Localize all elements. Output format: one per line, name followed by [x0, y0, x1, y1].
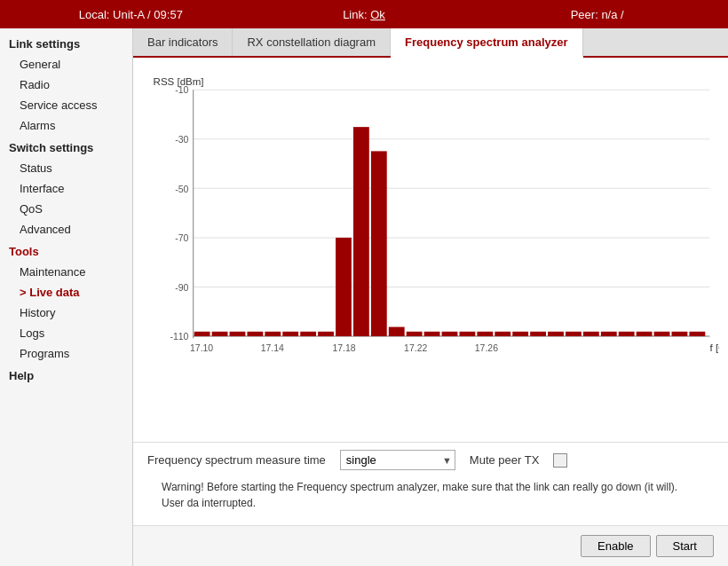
enable-button[interactable]: Enable [581, 535, 650, 557]
chart-container: RSS [dBm] -10 -30 -50 -70 [133, 58, 728, 442]
tab-rx-constellation[interactable]: RX constellation diagram [233, 28, 391, 56]
svg-rect-26 [318, 332, 334, 336]
start-button[interactable]: Start [656, 535, 714, 557]
measure-time-select[interactable]: single average max hold [340, 450, 455, 470]
peer-label: Peer: [571, 8, 598, 21]
frequency-chart: RSS [dBm] -10 -30 -50 -70 [142, 67, 719, 442]
controls-row: Frequency spectrum measure time single a… [147, 450, 714, 470]
top-bar: Local: Unit-A / 09:57 Link: Ok Peer: n/a… [0, 0, 728, 28]
sidebar-item-logs[interactable]: Logs [0, 323, 132, 343]
svg-rect-43 [619, 332, 635, 336]
local-info: Local: Unit-A / 09:57 [14, 8, 248, 21]
warning-text: Warning! Before starting the Frequency s… [147, 476, 714, 518]
svg-rect-30 [389, 327, 405, 336]
svg-text:17.14: 17.14 [261, 343, 284, 353]
svg-text:17.22: 17.22 [404, 343, 427, 353]
svg-text:17.26: 17.26 [475, 343, 498, 353]
bottom-buttons: Enable Start [133, 525, 728, 566]
svg-rect-24 [282, 332, 298, 336]
sidebar-item-maintenance[interactable]: Maintenance [0, 262, 132, 282]
link-label: Link: [343, 8, 367, 21]
sidebar-item-qos[interactable]: QoS [0, 199, 132, 219]
svg-text:-10: -10 [175, 85, 188, 95]
sidebar-item-general[interactable]: General [0, 54, 132, 75]
svg-rect-32 [424, 332, 440, 336]
content-area: Bar indicators RX constellation diagram … [133, 28, 728, 566]
svg-rect-22 [247, 332, 263, 336]
svg-rect-36 [495, 332, 510, 336]
svg-rect-35 [477, 332, 493, 336]
local-value: Unit-A / 09:57 [113, 8, 183, 21]
app-container: Local: Unit-A / 09:57 Link: Ok Peer: n/a… [0, 0, 728, 566]
sidebar-item-alarms[interactable]: Alarms [0, 115, 132, 136]
sidebar-section-tools: Tools [0, 240, 132, 262]
sidebar-section-switch-settings: Switch settings [0, 136, 132, 158]
measure-select-wrapper: single average max hold ▼ [340, 450, 455, 470]
svg-rect-20 [212, 332, 228, 336]
measure-time-label: Frequency spectrum measure time [147, 453, 326, 467]
sidebar-section-help: Help [0, 364, 132, 386]
sidebar-item-history[interactable]: History [0, 303, 132, 323]
svg-rect-47 [689, 332, 705, 336]
svg-text:17.18: 17.18 [332, 343, 355, 353]
svg-rect-34 [460, 332, 476, 336]
peer-value: n/a / [601, 8, 623, 21]
sidebar-item-interface[interactable]: Interface [0, 178, 132, 199]
svg-rect-31 [407, 332, 423, 336]
mute-label: Mute peer TX [470, 453, 540, 467]
svg-rect-41 [583, 332, 599, 336]
sidebar-item-programs[interactable]: Programs [0, 343, 132, 364]
sidebar-item-service-access[interactable]: Service access [0, 95, 132, 115]
local-label: Local: [79, 8, 110, 21]
tab-bar-indicators[interactable]: Bar indicators [133, 28, 233, 56]
sidebar-section-link-settings: Link settings [0, 32, 132, 54]
svg-rect-39 [548, 332, 564, 336]
svg-rect-25 [300, 332, 316, 336]
controls-area: Frequency spectrum measure time single a… [133, 442, 728, 525]
svg-rect-21 [230, 332, 246, 336]
svg-text:17.10: 17.10 [190, 343, 213, 353]
svg-rect-46 [672, 332, 688, 336]
mute-checkbox[interactable] [553, 453, 567, 468]
svg-rect-28 [353, 127, 369, 336]
svg-rect-23 [265, 332, 281, 336]
sidebar-item-live-data[interactable]: Live data [0, 282, 132, 303]
peer-info: Peer: n/a / [480, 8, 714, 21]
svg-text:-30: -30 [175, 135, 188, 145]
svg-rect-40 [566, 332, 582, 336]
link-value[interactable]: Ok [370, 8, 385, 21]
svg-text:-70: -70 [175, 233, 188, 243]
svg-rect-42 [601, 332, 617, 336]
sidebar-item-sw-status[interactable]: Status [0, 158, 132, 178]
svg-rect-37 [512, 332, 528, 336]
svg-text:-110: -110 [170, 332, 188, 342]
svg-text:-90: -90 [175, 283, 188, 293]
svg-rect-44 [637, 332, 653, 336]
x-axis-label: f [GHz] [710, 342, 719, 353]
svg-text:-50: -50 [175, 185, 188, 194]
tab-freq-spectrum[interactable]: Frequency spectrum analyzer [391, 28, 583, 58]
svg-rect-29 [371, 151, 387, 336]
main-area: Link settings General Radio Service acce… [0, 28, 728, 566]
svg-rect-45 [654, 332, 670, 336]
chart-wrapper: RSS [dBm] -10 -30 -50 -70 [142, 67, 719, 442]
svg-rect-38 [530, 332, 546, 336]
link-info: Link: Ok [248, 8, 481, 21]
sidebar: Link settings General Radio Service acce… [0, 28, 133, 566]
sidebar-item-advanced[interactable]: Advanced [0, 219, 132, 240]
svg-rect-19 [194, 332, 210, 336]
tabs: Bar indicators RX constellation diagram … [133, 28, 728, 58]
svg-rect-27 [336, 238, 352, 336]
sidebar-item-radio[interactable]: Radio [0, 75, 132, 95]
svg-rect-33 [442, 332, 458, 336]
